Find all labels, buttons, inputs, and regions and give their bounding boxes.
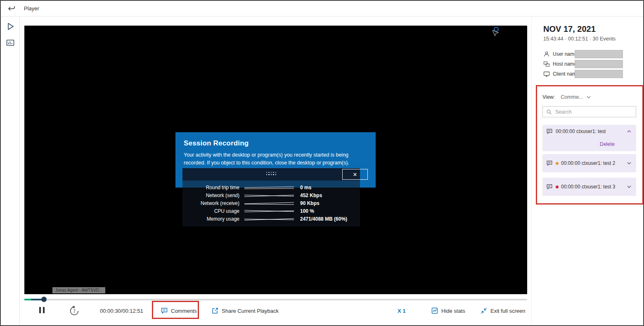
stats-overlay-header: ✕: [182, 168, 360, 181]
hide-stats-button[interactable]: Hide stats: [431, 302, 465, 319]
user-name-value-redacted: [575, 50, 623, 58]
comment-search[interactable]: [542, 106, 636, 117]
comment-item[interactable]: 00:00:00 ctxuser1: test 2: [542, 154, 636, 172]
chevron-up-icon[interactable]: [627, 130, 631, 133]
sparkline: [244, 216, 294, 222]
seek-bar[interactable]: [24, 297, 527, 302]
comment-bubble-icon: [546, 160, 553, 167]
event-marker: [24, 299, 31, 300]
back-button[interactable]: [7, 4, 17, 13]
stat-value: 90 Kbps: [300, 200, 320, 206]
view-selector-row: View: Comme...: [542, 93, 591, 101]
pause-icon: [38, 307, 45, 314]
stats-rows: Round trip time 0 ms Network (send) 452 …: [182, 181, 360, 226]
left-rail: [1, 17, 20, 325]
hide-stats-icon: [431, 307, 438, 314]
share-icon: [211, 307, 219, 314]
cursor-icon: [491, 26, 502, 39]
sparkline: [244, 200, 294, 206]
stat-value: 100 %: [300, 208, 314, 214]
stat-row: Network (receive) 90 Kbps: [182, 199, 360, 207]
rail-play-button[interactable]: [5, 21, 16, 32]
stat-row: CPU usage 100 %: [182, 207, 360, 215]
recorded-cursor: [491, 26, 502, 40]
stat-label: Round trip time: [182, 185, 244, 190]
host-name-row: Host name:: [543, 59, 578, 69]
comment-marker-dot: [556, 162, 559, 165]
topbar: Player: [1, 1, 643, 17]
comment-text: 00:00:00 ctxuser1: test 2: [561, 160, 615, 166]
stat-value: 452 Kbps: [300, 193, 322, 198]
exit-fullscreen-icon: [480, 307, 488, 314]
video-canvas[interactable]: Session Recording Your activity with the…: [24, 26, 527, 294]
host-icon: [543, 61, 550, 67]
exit-fullscreen-label: Exit full screen: [490, 308, 526, 314]
bar-chart-icon: [5, 38, 15, 48]
rail-stats-button[interactable]: [5, 38, 16, 48]
comments-button[interactable]: Comments: [161, 302, 197, 319]
stat-row: Memory usage 2471/4088 MB (60%): [182, 215, 360, 223]
play-icon: [5, 21, 15, 31]
share-current-playback-button[interactable]: Share Current Playback: [211, 302, 279, 319]
comment-marker-dot: [556, 186, 559, 188]
view-dropdown[interactable]: Comme...: [561, 94, 590, 100]
stat-label: CPU usage: [182, 208, 244, 214]
comment-bubble-icon: [546, 183, 553, 190]
agent-name-badge: Jonas Agent - AWTSVD...: [52, 287, 105, 293]
user-name-row: User name:: [543, 50, 578, 59]
close-icon: ✕: [353, 171, 358, 178]
stat-label: Network (send): [182, 193, 244, 198]
stat-label: Memory usage: [182, 216, 244, 222]
recording-meta: 15:43:44 · 00:12:51 · 30 Events: [543, 36, 616, 42]
back-icon: [7, 5, 16, 13]
recording-date: NOV 17, 2021: [543, 24, 596, 34]
stat-row: Round trip time 0 ms: [182, 183, 360, 191]
stats-close-button[interactable]: ✕: [342, 169, 368, 180]
sparkline: [244, 208, 294, 214]
comment-text: 00:00:00 ctxuser1: test: [556, 128, 606, 134]
share-button-label: Share Current Playback: [222, 308, 279, 314]
details-panel: NOV 17, 2021 15:43:44 · 00:12:51 · 30 Ev…: [531, 17, 643, 325]
client-name-row: Client name: [543, 69, 579, 79]
exit-full-screen-button[interactable]: Exit full screen: [480, 302, 526, 319]
seek-knob[interactable]: [41, 297, 47, 302]
host-name-value-redacted: [575, 60, 623, 68]
chevron-down-icon: [587, 96, 591, 98]
stat-value: 2471/4088 MB (60%): [300, 216, 347, 222]
time-display: 00:00:30/00:12:51: [100, 302, 143, 319]
delete-comment-link[interactable]: Delete: [600, 141, 615, 147]
stat-label: Network (receive): [182, 200, 244, 206]
page-title: Player: [24, 5, 39, 12]
session-recording-player-window: Player Session Recording Your activity w…: [0, 0, 644, 326]
search-icon: [546, 109, 552, 115]
pause-button[interactable]: [38, 302, 45, 319]
sparkline: [244, 185, 294, 190]
stat-row: Network (send) 452 Kbps: [182, 191, 360, 199]
replay-icon: 7: [69, 305, 80, 316]
client-name-value-redacted: [575, 70, 623, 78]
dialog-title: Session Recording: [184, 139, 367, 148]
sparkline: [244, 193, 294, 198]
hide-stats-label: Hide stats: [441, 308, 465, 314]
comment-text: 00:00:00 ctxuser1: test 3: [561, 184, 615, 190]
playback-speed-button[interactable]: X 1: [398, 302, 406, 319]
user-icon: [543, 51, 550, 57]
dialog-body: Your activity with the desktop or progra…: [184, 151, 367, 167]
replay-seconds: 7: [73, 309, 76, 314]
replay-7-button[interactable]: 7: [69, 302, 80, 319]
comment-bubble-icon: [161, 307, 168, 314]
view-label: View:: [542, 94, 555, 100]
comment-bubble-icon: [546, 128, 553, 135]
seek-track[interactable]: [24, 299, 527, 300]
playback-controls: 7 00:00:30/00:12:51 Comments Share Curre…: [24, 302, 527, 319]
chevron-down-icon[interactable]: [627, 162, 631, 164]
comment-item[interactable]: 00:00:00 ctxuser1: test 3: [542, 178, 636, 196]
view-dropdown-value: Comme...: [561, 94, 583, 100]
search-input[interactable]: [554, 109, 636, 115]
stat-value: 0 ms: [300, 185, 311, 190]
chevron-down-icon[interactable]: [627, 186, 631, 188]
drag-handle-icon[interactable]: [266, 172, 276, 175]
comment-item[interactable]: 00:00:00 ctxuser1: test Delete: [542, 125, 636, 151]
stats-overlay-panel: ✕ Round trip time 0 ms Network (send) 45…: [182, 168, 360, 226]
client-icon: [543, 71, 550, 77]
